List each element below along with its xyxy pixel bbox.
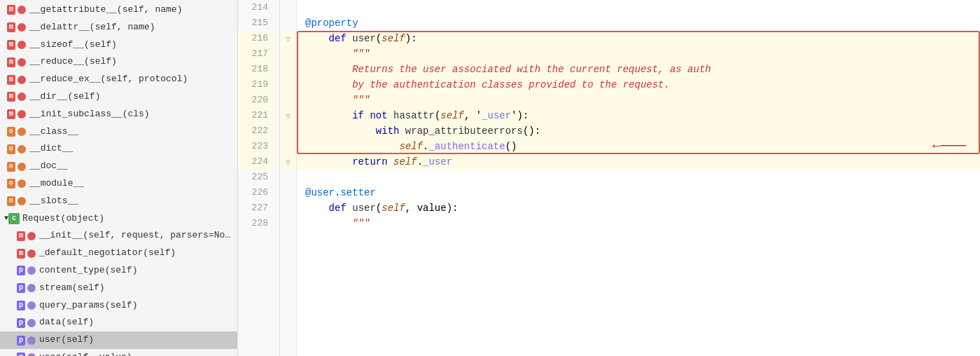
method-badge: p bbox=[17, 352, 25, 356]
method-icon bbox=[18, 93, 26, 101]
sidebar-item-label: data(self) bbox=[39, 315, 94, 330]
method-icon bbox=[27, 284, 36, 292]
code-line bbox=[297, 170, 980, 185]
code-line: def user(self): bbox=[297, 31, 980, 46]
sidebar-item[interactable]: m__delattr__(self, name) bbox=[0, 19, 237, 36]
code-line: self._authenticate() bbox=[297, 139, 980, 154]
method-badge: m bbox=[7, 109, 15, 119]
sidebar-item[interactable]: pcontent_type(self) bbox=[0, 262, 237, 280]
method-badge: m bbox=[7, 57, 15, 67]
method-icon bbox=[18, 179, 26, 188]
code-line: with wrap_attributeerrors(): bbox=[297, 123, 980, 139]
sidebar-item-label: __delattr__(self, name) bbox=[29, 20, 155, 35]
sidebar-item[interactable]: pquery_params(self) bbox=[0, 297, 237, 315]
gutter-icon bbox=[280, 216, 296, 231]
line-number: 219 bbox=[238, 77, 274, 93]
method-icon bbox=[18, 128, 26, 136]
line-number: 218 bbox=[238, 62, 274, 77]
method-badge: m bbox=[7, 92, 15, 102]
gutter-icon bbox=[280, 0, 296, 15]
sidebar-item-label: content_type(self) bbox=[39, 263, 137, 278]
line-number: 223 bbox=[238, 139, 274, 154]
line-number: 216 bbox=[238, 31, 274, 46]
sidebar-item[interactable]: m_default_negotiator(self) bbox=[0, 245, 237, 262]
method-badge: m bbox=[7, 5, 15, 15]
method-badge: m bbox=[17, 231, 25, 241]
line-number: 215 bbox=[238, 15, 274, 31]
sidebar-item-label: __init_subclass__(cls) bbox=[29, 107, 150, 122]
gutter-icon bbox=[280, 77, 296, 93]
sidebar-item[interactable]: m__sizeof__(self) bbox=[0, 36, 237, 54]
gutter-icon bbox=[280, 200, 296, 216]
method-icon bbox=[27, 353, 36, 356]
gutter-icon bbox=[280, 139, 296, 154]
method-icon bbox=[18, 76, 26, 84]
line-number: 224 bbox=[238, 154, 274, 170]
method-badge: m bbox=[7, 22, 15, 32]
method-icon bbox=[18, 197, 26, 205]
line-number: 214 bbox=[238, 0, 274, 15]
method-icon bbox=[27, 249, 36, 258]
method-badge: m bbox=[7, 40, 15, 50]
sidebar-item[interactable]: ▼ CRequest(object) bbox=[0, 210, 237, 228]
sidebar-item-label: __slots__ bbox=[29, 194, 78, 209]
method-badge: p bbox=[17, 336, 25, 345]
sidebar-item-label: __init__(self, request, parsers=None, au… bbox=[39, 228, 233, 243]
line-number: 226 bbox=[238, 185, 274, 200]
sidebar-item[interactable]: pdata(self) bbox=[0, 314, 237, 331]
sidebar-item[interactable]: ⚙__doc__ bbox=[0, 158, 237, 175]
method-icon bbox=[27, 232, 36, 240]
line-number: 222 bbox=[238, 123, 274, 139]
code-line: def user(self, value): bbox=[297, 200, 980, 216]
sidebar-item[interactable]: ⚙__slots__ bbox=[0, 193, 237, 210]
sidebar-item[interactable]: m__getattribute__(self, name) bbox=[0, 1, 237, 19]
code-line: @user.setter bbox=[297, 185, 980, 200]
main-content: 2142152162172182192202212222232242252262… bbox=[238, 0, 980, 356]
method-icon bbox=[18, 163, 26, 171]
sidebar-item[interactable]: m__init__(self, request, parsers=None, a… bbox=[0, 227, 237, 245]
method-icon bbox=[18, 6, 26, 14]
code-line: """ bbox=[297, 216, 980, 231]
gutter-icon: ▽ bbox=[280, 154, 296, 170]
code-line: if not hasattr(self, '_user'): bbox=[297, 108, 980, 123]
sidebar-item[interactable]: m__reduce_ex__(self, protocol) bbox=[0, 71, 237, 88]
sidebar-item[interactable]: m__dir__(self) bbox=[0, 88, 237, 106]
method-icon bbox=[18, 41, 26, 49]
sidebar[interactable]: m__getattribute__(self, name)m__delattr_… bbox=[0, 0, 238, 356]
method-icon bbox=[18, 23, 26, 32]
method-badge: m bbox=[7, 75, 15, 85]
sidebar-item-label: __class__ bbox=[29, 125, 78, 139]
line-number: 221 bbox=[238, 108, 274, 123]
sidebar-item-label: __reduce__(self) bbox=[29, 55, 117, 69]
line-number: 228 bbox=[238, 216, 274, 231]
gutter-icon bbox=[280, 170, 296, 185]
code-line: by the authentication classes provided t… bbox=[297, 77, 980, 93]
sidebar-item[interactable]: pstream(self) bbox=[0, 280, 237, 297]
sidebar-item-label: __dict__ bbox=[29, 142, 73, 156]
method-icon bbox=[27, 301, 36, 310]
sidebar-item[interactable]: puser(self) bbox=[0, 331, 237, 349]
method-icon bbox=[18, 58, 26, 67]
sidebar-item[interactable]: ⚙__class__ bbox=[0, 123, 237, 141]
sidebar-item[interactable]: m__reduce__(self) bbox=[0, 53, 237, 71]
sidebar-item-label: user(self, value) bbox=[39, 350, 132, 356]
code-area: 2142152162172182192202212222232242252262… bbox=[238, 0, 980, 356]
sidebar-item-label: __module__ bbox=[29, 177, 84, 191]
sidebar-item[interactable]: ⚙__module__ bbox=[0, 175, 237, 193]
gutter-icon bbox=[280, 93, 296, 108]
sidebar-item-label: __sizeof__(self) bbox=[29, 38, 117, 53]
code-line: return self._user bbox=[297, 154, 980, 170]
gutter-icon bbox=[280, 46, 296, 62]
method-badge: ⚙ bbox=[7, 196, 15, 206]
method-badge: ⚙ bbox=[7, 162, 15, 172]
gutter-icon bbox=[280, 15, 296, 31]
method-icon bbox=[27, 266, 36, 275]
line-number: 227 bbox=[238, 200, 274, 216]
sidebar-item[interactable]: puser(self, value) bbox=[0, 349, 237, 356]
code-line bbox=[297, 0, 980, 15]
sidebar-item-label: user(self) bbox=[39, 333, 94, 348]
gutter-icon: ▽ bbox=[280, 31, 296, 46]
sidebar-item[interactable]: m__init_subclass__(cls) bbox=[0, 106, 237, 123]
method-badge: ⚙ bbox=[7, 127, 15, 137]
sidebar-item[interactable]: ⚙__dict__ bbox=[0, 140, 237, 158]
